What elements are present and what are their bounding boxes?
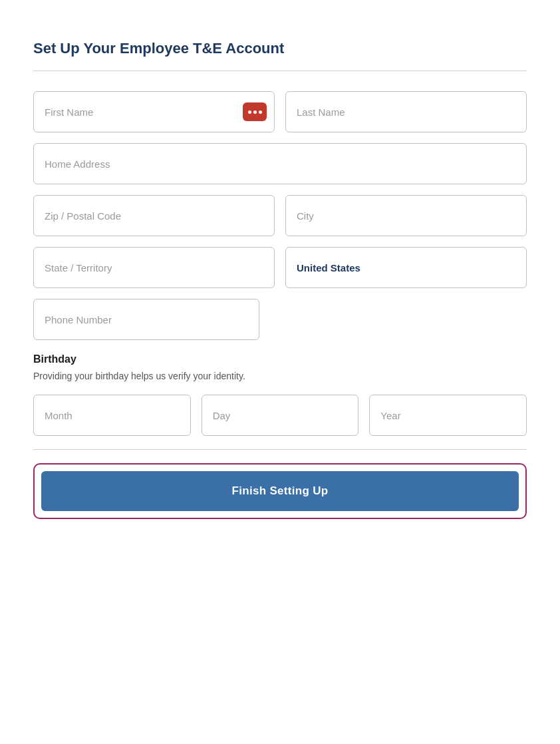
birthday-description: Providing your birthday helps us verify … (33, 371, 527, 381)
zip-input[interactable] (33, 195, 275, 236)
top-divider (33, 71, 527, 71)
last-name-input[interactable] (285, 91, 527, 132)
autofill-icon (243, 102, 267, 121)
country-field[interactable]: United States (285, 247, 527, 288)
day-input[interactable] (202, 395, 359, 436)
day-field (202, 395, 359, 436)
city-field (285, 195, 527, 236)
birthday-label: Birthday (33, 353, 527, 365)
finish-setting-up-button[interactable]: Finish Setting Up (41, 471, 519, 511)
first-name-field (33, 91, 275, 132)
month-input[interactable] (33, 395, 191, 436)
page-title: Set Up Your Employee T&E Account (33, 40, 527, 57)
finish-button-container: Finish Setting Up (33, 463, 527, 519)
home-address-field (33, 143, 527, 184)
state-input[interactable] (33, 247, 275, 288)
country-selector[interactable]: United States (285, 247, 527, 288)
bottom-divider (33, 449, 527, 450)
city-input[interactable] (285, 195, 527, 236)
home-address-input[interactable] (33, 143, 527, 184)
phone-input[interactable] (33, 299, 259, 340)
zip-field (33, 195, 275, 236)
phone-field (33, 299, 259, 340)
year-input[interactable] (369, 395, 527, 436)
birthday-section: Birthday Providing your birthday helps u… (33, 353, 527, 436)
month-field (33, 395, 191, 436)
first-name-input[interactable] (33, 91, 275, 132)
last-name-field (285, 91, 527, 132)
year-field (369, 395, 527, 436)
state-field (33, 247, 275, 288)
birthday-row (33, 395, 527, 436)
